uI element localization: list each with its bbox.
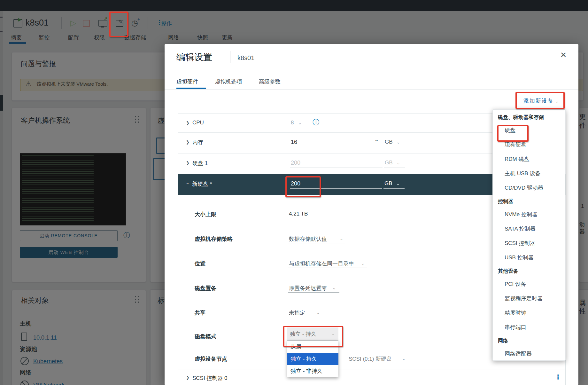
menu-item-usb-controller[interactable]: USB 控制器 [493, 250, 565, 265]
annotation-size-input [285, 176, 321, 197]
dialog-tab-vm-options[interactable]: 虚拟机选项 [215, 78, 242, 85]
annotation-hard-disk-item [497, 125, 529, 142]
expand-chevron-icon[interactable]: ❯ [186, 161, 190, 165]
annotation-add-device-button [515, 92, 565, 109]
menu-item-watchdog-timer[interactable]: 监视程序定时器 [493, 291, 565, 306]
menu-group-controllers-header: 控制器 [493, 195, 565, 207]
menu-item-rdm-disk[interactable]: RDM 磁盘 [493, 152, 565, 166]
menu-item-nvme-controller[interactable]: NVMe 控制器 [493, 207, 565, 222]
cpu-info-icon[interactable]: ⓘ [313, 118, 320, 127]
menu-item-serial-port[interactable]: 串行端口 [493, 320, 565, 334]
menu-item-scsi-controller[interactable]: SCSI 控制器 [493, 236, 565, 250]
provisioning-label: 磁盘置备 [195, 285, 216, 292]
dialog-tab-advanced[interactable]: 高级参数 [259, 78, 281, 85]
dialog-title-divider [230, 51, 230, 63]
disk-mode-option-independent-nonpersistent[interactable]: 独立 - 非持久 [287, 365, 338, 377]
menu-group-other-header: 其他设备 [493, 265, 565, 277]
scsi-controller-label: SCSI 控制器 0 [192, 374, 228, 382]
expand-chevron-icon[interactable]: ❯ [186, 121, 190, 125]
disk1-unit-underline [384, 159, 405, 168]
disk1-underline [290, 159, 383, 168]
sharing-underline [288, 309, 324, 317]
provisioning-underline [288, 284, 339, 293]
memory-row-label: 内存 [192, 139, 203, 146]
new-disk-unit-underline [383, 180, 405, 189]
disk1-row-label: 硬盘 1 [192, 160, 208, 167]
memory-spinner-chevron-icon[interactable]: ⌄ [374, 135, 379, 143]
row-kebab-icon[interactable]: ⋮ [555, 373, 561, 381]
disk-mode-label: 磁盘模式 [195, 333, 216, 340]
menu-item-sata-controller[interactable]: SATA 控制器 [493, 222, 565, 236]
vsphere-client-screen: ▶ k8s01 ▷ ↗ ✎ ◷ + ⋮ 操作 摘要 监控 配置 权限 数据存储 … [0, 0, 588, 385]
menu-item-precision-clock[interactable]: 精度时钟 [493, 306, 565, 320]
close-icon[interactable]: ✕ [560, 51, 567, 59]
memory-unit-underline [384, 138, 405, 147]
menu-group-network-header: 网络 [493, 334, 565, 347]
menu-item-network-adapter[interactable]: 网络适配器 [493, 347, 565, 361]
add-device-menu: 磁盘、驱动器和存储 硬盘 现有硬盘 RDM 磁盘 主机 USB 设备 CD/DV… [492, 109, 566, 361]
memory-underline [290, 138, 383, 147]
expand-chevron-icon[interactable]: ❯ [186, 375, 190, 380]
max-size-value: 4.21 TB [289, 211, 308, 217]
dialog-title: 编辑设置 [176, 51, 212, 63]
disk-mode-option-independent-persistent[interactable]: 独立 - 持久 [287, 353, 338, 365]
dialog-tabbar: 虚拟硬件 虚拟机选项 高级参数 [176, 78, 296, 85]
collapse-chevron-icon[interactable]: ⌄ [186, 180, 190, 185]
annotation-edit-settings-icon [109, 12, 128, 37]
dialog-vm-name: k8s01 [237, 54, 254, 62]
cpu-row-label: CPU [192, 120, 204, 126]
expand-chevron-icon[interactable]: ❯ [186, 140, 190, 145]
device-node-underline [346, 355, 409, 363]
menu-item-pci-device[interactable]: PCI 设备 [493, 277, 565, 291]
storage-policy-label: 虚拟机存储策略 [195, 235, 233, 243]
storage-policy-underline [288, 235, 345, 243]
scsi-controller-row[interactable]: ❯ SCSI 控制器 0 ⋮ [178, 370, 565, 385]
location-label: 位置 [195, 260, 205, 267]
dialog-tab-virtual-hardware[interactable]: 虚拟硬件 [176, 78, 198, 85]
device-node-label: 虚拟设备节点 [195, 355, 227, 363]
sharing-label: 共享 [195, 309, 205, 317]
menu-item-host-usb-device[interactable]: 主机 USB 设备 [493, 166, 565, 181]
menu-group-disks-header: 磁盘、驱动器和存储 [493, 110, 565, 123]
cpu-underline [290, 120, 309, 128]
menu-item-cd-dvd-drive[interactable]: CD/DVD 驱动器 [493, 181, 565, 195]
dialog-tabbar-border [165, 90, 578, 90]
new-disk-row-label: 新硬盘 * [192, 180, 212, 188]
annotation-disk-mode-select [283, 326, 343, 347]
location-underline [288, 259, 367, 268]
max-size-label: 大小上限 [195, 211, 216, 218]
dialog-active-tab-underline [176, 88, 206, 89]
